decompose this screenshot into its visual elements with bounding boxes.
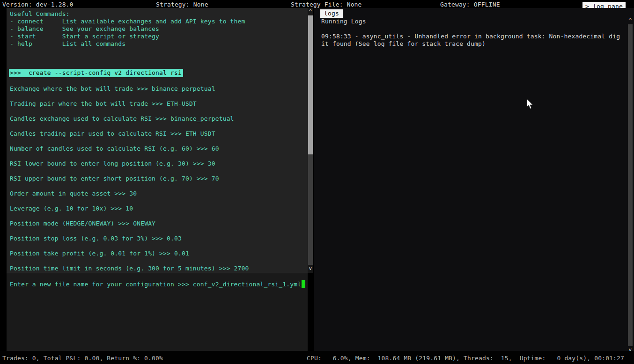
useful-commands-title: Useful Commands: — [10, 10, 70, 17]
log-pane: logs Running Logs 09:58:33 - async_utils… — [314, 8, 634, 353]
config-qa-line: Position time limit in seconds (e.g. 300… — [10, 265, 249, 272]
input-prompt-text[interactable]: Enter a new file name for your configura… — [10, 281, 301, 288]
running-logs-title: Running Logs — [321, 18, 366, 25]
config-qa-line: Candles trading pair used to calculate R… — [10, 130, 215, 137]
output-pane: Useful Commands: - connect List availabl… — [7, 8, 308, 273]
trades-pnl-status: Trades: 0, Total P&L: 0.00, Return %: 0.… — [2, 355, 163, 362]
input-pane[interactable]: Enter a new file name for your configura… — [7, 273, 308, 351]
config-qa-line: Position mode (HEDGE/ONEWAY) >>> ONEWAY — [10, 220, 155, 227]
gateway-label: Gateway: OFFLINE — [440, 1, 500, 8]
config-qa-line: RSI upper bound to enter short position … — [10, 175, 219, 182]
system-resources-status: CPU: 6.0%, Mem: 108.64 MB (219.61 MB), T… — [307, 355, 624, 362]
log-entry-line: it found (See log file for stack trace d… — [321, 40, 486, 47]
command-echo-text: >>> create --script-config v2_directiona… — [9, 69, 183, 77]
config-qa-line: Position stop loss (e.g. 0.03 for 3%) >>… — [10, 235, 182, 242]
log-pane-scrollbar[interactable]: ^ v — [627, 8, 633, 353]
config-qa-line: Exchange where the bot will trade >>> bi… — [10, 85, 215, 92]
text-cursor — [302, 280, 305, 288]
config-qa-line: Leverage (e.g. 10 for 10x) >>> 10 — [10, 205, 133, 212]
output-pane-scrollbar[interactable]: ^ v — [308, 8, 313, 273]
command-help-line: - help List all commands — [10, 40, 125, 47]
top-status-bar: Version: dev-1.28.0 Strategy: None Strat… — [0, 0, 634, 8]
config-qa-line: Trading pair where the bot will trade >>… — [10, 100, 197, 107]
tab-logs[interactable]: logs — [320, 9, 343, 18]
strategy-label: Strategy: None — [156, 1, 208, 8]
version-label: Version: dev-1.28.0 — [2, 1, 74, 8]
command-help-line: - balance See your exchange balances — [10, 25, 159, 32]
scrollbar-thumb[interactable] — [308, 15, 313, 154]
scrollbar-track[interactable] — [628, 24, 633, 346]
config-qa-line: Order amount in quote asset >>> 30 — [10, 190, 137, 197]
log-entry-line: 09:58:33 - async_utils - Unhandled error… — [321, 33, 620, 40]
hummingbot-terminal: Version: dev-1.28.0 Strategy: None Strat… — [0, 0, 634, 364]
scroll-up-icon[interactable]: ^ — [308, 8, 313, 15]
scroll-up-icon[interactable]: ^ — [627, 17, 633, 24]
config-qa-line: Position take profit (e.g. 0.01 for 1%) … — [10, 250, 189, 257]
bottom-status-bar: Trades: 0, Total P&L: 0.00, Return %: 0.… — [0, 351, 634, 364]
scroll-down-icon[interactable]: v — [308, 265, 313, 272]
command-help-line: - connect List available exchanges and a… — [10, 18, 245, 25]
command-help-line: - start Start a script or strategy — [10, 33, 159, 40]
config-qa-line: Number of candles used to calculate RSI … — [10, 145, 219, 152]
strategy-file-label: Strategy File: None — [291, 1, 362, 8]
config-qa-line: Candles exchange used to calculate RSI >… — [10, 115, 234, 122]
command-input[interactable]: Enter a new file name for your configura… — [10, 280, 305, 288]
config-qa-line: RSI lower bound to enter long position (… — [10, 160, 215, 167]
command-echo-highlighted: >>> create --script-config v2_directiona… — [9, 69, 183, 77]
